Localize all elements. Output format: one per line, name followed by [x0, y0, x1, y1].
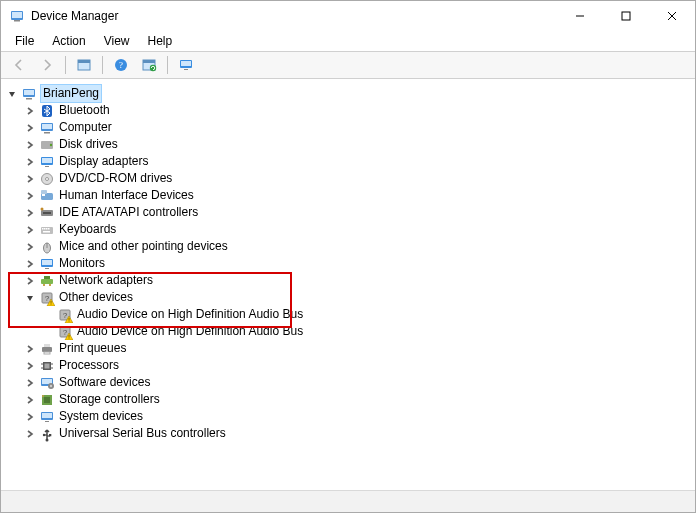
node-label: Keyboards: [59, 221, 116, 238]
svg-text:?: ?: [63, 328, 68, 337]
tree-node[interactable]: DVD/CD-ROM drives: [5, 170, 691, 187]
node-label: Human Interface Devices: [59, 187, 194, 204]
tree-node[interactable]: Software devices: [5, 374, 691, 391]
toolbar-show-hidden-button[interactable]: [72, 54, 96, 76]
device-tree: BrianPeng Bluetooth Computer Disk drives…: [1, 79, 695, 448]
maximize-button[interactable]: [603, 1, 649, 31]
toolbar-refresh-button[interactable]: [137, 54, 161, 76]
tree-node[interactable]: Keyboards: [5, 221, 691, 238]
expand-toggle[interactable]: [23, 410, 37, 424]
node-label: Computer: [59, 119, 112, 136]
toolbar-separator: [102, 56, 103, 74]
toolbar-forward-button[interactable]: [35, 54, 59, 76]
tree-node[interactable]: Network adapters: [5, 272, 691, 289]
tree-node[interactable]: ?! Other devices: [5, 289, 691, 306]
tree-node[interactable]: Print queues: [5, 340, 691, 357]
storage-icon: [39, 392, 55, 408]
expand-toggle[interactable]: [23, 359, 37, 373]
tree-node[interactable]: Bluetooth: [5, 102, 691, 119]
printer-icon: [39, 341, 55, 357]
expand-toggle[interactable]: [23, 376, 37, 390]
tree-node[interactable]: Mice and other pointing devices: [5, 238, 691, 255]
menu-action[interactable]: Action: [44, 32, 93, 50]
keyboard-icon: [39, 222, 55, 238]
svg-text:?: ?: [119, 60, 123, 70]
tree-node[interactable]: Universal Serial Bus controllers: [5, 425, 691, 442]
node-label: Network adapters: [59, 272, 153, 289]
expand-toggle[interactable]: [23, 274, 37, 288]
toolbar-monitor-button[interactable]: [174, 54, 198, 76]
titlebar: Device Manager: [1, 1, 695, 31]
toolbar-separator: [167, 56, 168, 74]
close-button[interactable]: [649, 1, 695, 31]
svg-rect-42: [43, 231, 50, 233]
svg-rect-19: [26, 98, 32, 100]
computer-cat-icon: [39, 120, 55, 136]
svg-rect-27: [42, 158, 52, 163]
svg-rect-28: [45, 166, 49, 167]
node-label: Audio Device on High Definition Audio Bu…: [77, 306, 303, 323]
disk-icon: [39, 137, 55, 153]
other-dev-icon: ?!: [57, 307, 73, 323]
svg-rect-15: [181, 61, 191, 66]
tree-node[interactable]: Disk drives: [5, 136, 691, 153]
system-icon: [39, 409, 55, 425]
expand-toggle[interactable]: [23, 155, 37, 169]
tree-node[interactable]: Storage controllers: [5, 391, 691, 408]
expand-toggle[interactable]: [23, 121, 37, 135]
svg-point-13: [150, 65, 156, 71]
tree-node[interactable]: ?! Audio Device on High Definition Audio…: [5, 323, 691, 340]
collapse-toggle[interactable]: [23, 291, 37, 305]
svg-text:?: ?: [63, 311, 68, 320]
menu-view[interactable]: View: [96, 32, 138, 50]
collapse-toggle[interactable]: [5, 87, 19, 101]
svg-point-25: [50, 143, 52, 145]
menu-help[interactable]: Help: [140, 32, 181, 50]
expand-toggle[interactable]: [23, 223, 37, 237]
expand-toggle[interactable]: [23, 138, 37, 152]
expand-toggle[interactable]: [23, 172, 37, 186]
tree-node[interactable]: Display adapters: [5, 153, 691, 170]
svg-rect-68: [45, 363, 50, 368]
tree-node[interactable]: BrianPeng: [5, 85, 691, 102]
expand-toggle[interactable]: [23, 342, 37, 356]
optical-icon: [39, 171, 55, 187]
svg-rect-1: [12, 12, 22, 18]
node-label: Display adapters: [59, 153, 148, 170]
node-label: BrianPeng: [41, 85, 101, 102]
svg-rect-82: [45, 421, 49, 422]
tree-node[interactable]: ?! Audio Device on High Definition Audio…: [5, 306, 691, 323]
statusbar: [1, 490, 695, 512]
expand-toggle[interactable]: [23, 393, 37, 407]
svg-rect-33: [41, 190, 47, 194]
tree-node[interactable]: IDE ATA/ATAPI controllers: [5, 204, 691, 221]
tree-node[interactable]: Human Interface Devices: [5, 187, 691, 204]
node-label: Bluetooth: [59, 102, 110, 119]
expand-toggle[interactable]: [23, 257, 37, 271]
tree-panel[interactable]: BrianPeng Bluetooth Computer Disk drives…: [1, 79, 695, 490]
tree-node[interactable]: Computer: [5, 119, 691, 136]
svg-rect-35: [43, 212, 51, 214]
expand-toggle[interactable]: [23, 427, 37, 441]
expand-toggle[interactable]: [23, 206, 37, 220]
toolbar-separator: [65, 56, 66, 74]
toolbar: ?: [1, 51, 695, 79]
tree-node[interactable]: System devices: [5, 408, 691, 425]
svg-rect-39: [44, 228, 46, 230]
svg-point-83: [46, 438, 49, 441]
menu-file[interactable]: File: [7, 32, 42, 50]
toolbar-back-button[interactable]: [7, 54, 31, 76]
tree-node[interactable]: Processors: [5, 357, 691, 374]
expand-toggle[interactable]: [23, 104, 37, 118]
svg-point-30: [46, 177, 49, 180]
toolbar-help-button[interactable]: ?: [109, 54, 133, 76]
expand-toggle[interactable]: [23, 240, 37, 254]
minimize-button[interactable]: [557, 1, 603, 31]
node-label: Audio Device on High Definition Audio Bu…: [77, 323, 303, 340]
expand-toggle[interactable]: [23, 189, 37, 203]
svg-point-36: [41, 207, 44, 210]
tree-node[interactable]: Monitors: [5, 255, 691, 272]
cpu-icon: [39, 358, 55, 374]
hid-icon: [39, 188, 55, 204]
usb-icon: [39, 426, 55, 442]
